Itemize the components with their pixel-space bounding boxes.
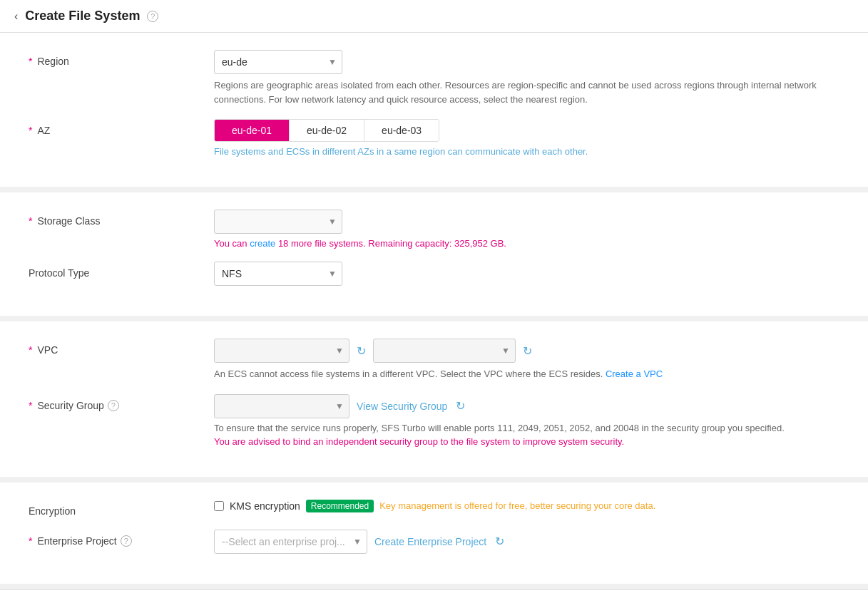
create-vpc-link[interactable]: Create a VPC — [606, 368, 663, 379]
storage-section: * Storage Class ▼ You can create 18 more… — [0, 192, 868, 321]
page-header: ‹ Create File System ? — [0, 0, 868, 33]
protocol-row: Protocol Type NFS ▼ — [29, 262, 839, 286]
encryption-hint: Key management is offered for free, bett… — [379, 500, 655, 511]
back-button[interactable]: ‹ — [14, 10, 18, 23]
storage-class-label: * Storage Class — [29, 210, 214, 227]
network-section: * VPC ▼ ↻ ▼ ↻ An ECS cannot access file … — [0, 321, 868, 483]
vpc-label: * VPC — [29, 339, 214, 356]
enterprise-select-wrapper: --Select an enterprise proj... ▼ — [214, 530, 367, 554]
encryption-row: Encryption KMS encryption Recommended Ke… — [29, 500, 839, 517]
security-group-row: * Security Group ? ▼ View Security Group… — [29, 394, 839, 447]
security-group-content: ▼ View Security Group ↻ To ensure that t… — [214, 394, 839, 447]
other-section: Encryption KMS encryption Recommended Ke… — [0, 483, 868, 589]
az-required-star: * — [29, 125, 32, 136]
page-footer: ☍ Price Calculator Click here to view fu… — [0, 589, 868, 599]
storage-class-select-wrapper: ▼ — [214, 210, 342, 234]
vpc-select-blurred[interactable] — [214, 339, 349, 363]
kms-label: KMS encryption — [230, 500, 300, 512]
protocol-select-wrapper: NFS ▼ — [214, 262, 342, 286]
az-button-group: eu-de-01 eu-de-02 eu-de-03 — [214, 119, 439, 142]
header-help-icon[interactable]: ? — [147, 11, 158, 22]
encryption-label: Encryption — [29, 500, 214, 517]
vpc-row: * VPC ▼ ↻ ▼ ↻ An ECS cannot access file … — [29, 339, 839, 381]
vpc-hint: An ECS cannot access file systems in a d… — [214, 367, 839, 381]
create-enterprise-project-link[interactable]: Create Enterprise Project — [374, 536, 486, 547]
enterprise-project-content: --Select an enterprise proj... ▼ Create … — [214, 530, 839, 554]
protocol-select[interactable]: NFS — [214, 262, 342, 286]
az-hint: File systems and ECSs in different AZs i… — [214, 146, 839, 157]
sc-required-star: * — [29, 215, 32, 227]
enterprise-project-select[interactable]: --Select an enterprise proj... — [214, 530, 367, 554]
storage-class-select[interactable] — [214, 210, 342, 234]
protocol-label: Protocol Type — [29, 262, 214, 279]
region-section: * Region eu-de ▼ Regions are geographic … — [0, 33, 868, 192]
region-label: * Region — [29, 50, 214, 67]
enterprise-select-row: --Select an enterprise proj... ▼ Create … — [214, 530, 839, 554]
vpc-refresh-button[interactable]: ↻ — [355, 343, 367, 359]
kms-encryption-checkbox[interactable] — [214, 501, 224, 511]
view-security-group-link[interactable]: View Security Group — [357, 401, 447, 412]
vpc-required-star: * — [29, 344, 32, 356]
sg-warn: You are advised to bind an independent s… — [214, 436, 839, 447]
enterprise-project-row: * Enterprise Project ? --Select an enter… — [29, 530, 839, 554]
capacity-create-link[interactable]: create — [250, 238, 275, 249]
sg-hint: To ensure that the service runs properly… — [214, 423, 839, 433]
sg-select-blurred[interactable] — [214, 394, 349, 418]
page-title: Create File System — [25, 9, 140, 24]
vpc-select-row: ▼ ↻ ▼ ↻ — [214, 339, 839, 363]
az-btn-3[interactable]: eu-de-03 — [364, 120, 439, 141]
capacity-text: You can create 18 more file systems. Rem… — [214, 238, 839, 249]
sg-help-icon[interactable]: ? — [108, 400, 119, 411]
vpc-content: ▼ ↻ ▼ ↻ An ECS cannot access file system… — [214, 339, 839, 381]
ep-required-star: * — [29, 535, 32, 547]
protocol-content: NFS ▼ — [214, 262, 839, 286]
storage-class-row: * Storage Class ▼ You can create 18 more… — [29, 210, 839, 249]
ep-help-icon[interactable]: ? — [121, 535, 132, 547]
az-row: * AZ eu-de-01 eu-de-02 eu-de-03 File sys… — [29, 119, 839, 157]
region-content: eu-de ▼ Regions are geographic areas iso… — [214, 50, 839, 106]
az-btn-2[interactable]: eu-de-02 — [290, 120, 364, 141]
region-row: * Region eu-de ▼ Regions are geographic … — [29, 50, 839, 106]
region-select-wrapper: eu-de ▼ — [214, 50, 342, 74]
encryption-options-row: KMS encryption Recommended Key managemen… — [214, 500, 839, 512]
storage-class-content: ▼ You can create 18 more file systems. R… — [214, 210, 839, 249]
region-help-text: Regions are geographic areas isolated fr… — [214, 78, 839, 106]
security-group-label: * Security Group ? — [29, 394, 214, 411]
required-star: * — [29, 56, 32, 67]
az-label: * AZ — [29, 119, 214, 136]
region-select[interactable]: eu-de — [214, 50, 342, 74]
enterprise-project-label: * Enterprise Project ? — [29, 530, 214, 547]
enterprise-project-refresh-button[interactable]: ↻ — [494, 533, 506, 550]
sg-required-star: * — [29, 400, 32, 411]
sg-refresh-button[interactable]: ↻ — [454, 398, 466, 414]
recommended-badge: Recommended — [306, 500, 374, 512]
sg-select-row: ▼ View Security Group ↻ — [214, 394, 839, 418]
subnet-select-blurred[interactable] — [373, 339, 516, 363]
encryption-content: KMS encryption Recommended Key managemen… — [214, 500, 839, 512]
subnet-refresh-button[interactable]: ↻ — [521, 343, 533, 359]
az-btn-1[interactable]: eu-de-01 — [215, 120, 290, 141]
az-content: eu-de-01 eu-de-02 eu-de-03 File systems … — [214, 119, 839, 157]
